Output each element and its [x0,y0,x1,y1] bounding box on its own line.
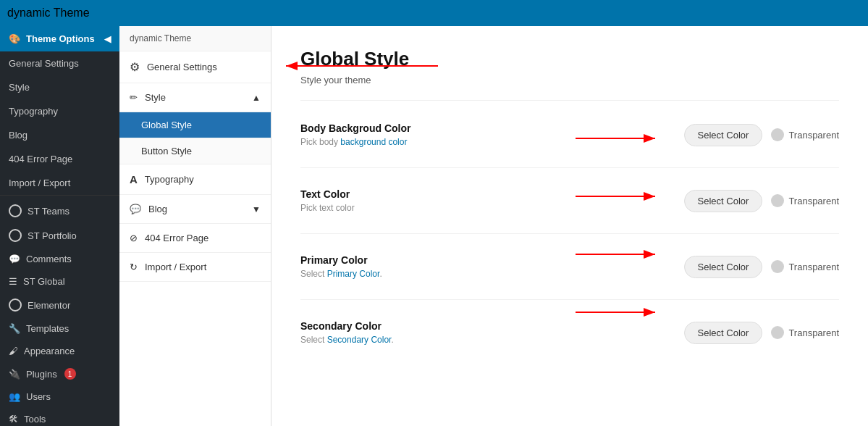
panel-item-import-export[interactable]: ↻ Import / Export [119,253,271,282]
sidebar-header-arrow: ◀ [104,34,111,44]
sidebar-item-appearance[interactable]: 🖌 Appearance [0,340,119,362]
text-transparent-circle-icon [771,194,784,207]
sidebar-404-label: 404 Error Page [9,154,72,164]
style-chevron-icon: ▲ [252,93,261,103]
content-title: Global Style [300,48,839,70]
secondary-color-select-color-button[interactable]: Select Color [684,322,763,344]
sidebar-item-st-portfolio[interactable]: ST Portfolio [0,223,119,248]
sidebar-general-settings-label: General Settings [9,58,79,69]
primary-color-sublabel: Select Primary Color. [300,269,684,279]
text-color-row: Text Color Pick text color Select Color … [300,188,839,234]
sidebar-item-st-global[interactable]: ☰ ST Global [0,270,119,293]
sidebar-item-st-teams[interactable]: ST Teams [0,199,119,223]
briefcase-icon [9,229,22,242]
sidebar-item-tools[interactable]: 🛠 Tools [0,408,119,426]
text-color-select-color-button[interactable]: Select Color [684,190,763,212]
sidebar-item-blog[interactable]: Blog [0,123,119,147]
users-label: Users [26,391,51,402]
panel-item-blog[interactable]: 💬 Blog ▼ [119,195,271,224]
sidebar-item-comments[interactable]: 💬 Comments [0,248,119,270]
sidebar-import-export-label: Import / Export [9,178,70,188]
panel-typography-label: Typography [145,174,194,185]
panel-global-style-label: Global Style [141,120,192,130]
sidebar-item-elementor[interactable]: Elementor [0,293,119,317]
sidebar-item-templates[interactable]: 🔧 Templates [0,317,119,340]
refresh-icon: ↻ [130,262,138,272]
theme-icon: 🎨 [9,33,20,44]
panel-sub-item-button-style[interactable]: Button Style [119,138,271,164]
body-background-label: Body Backgroud Color [300,122,684,134]
primary-transparent-circle-icon [771,260,784,273]
sidebar-item-404[interactable]: 404 Error Page [0,147,119,171]
sidebar-item-general-settings[interactable]: General Settings [0,51,119,75]
body-background-row: Body Backgroud Color Pick body backgroun… [300,122,839,168]
secondary-color-label-group: Secondary Color Select Secondary Color. [300,320,684,345]
panel-item-typography[interactable]: A Typography [119,164,271,195]
plugins-label: Plugins [26,369,57,380]
plugin-icon: 🔌 [9,369,20,380]
panel-sub-item-global-style[interactable]: Global Style [119,112,271,138]
panel-breadcrumb: dynamic Theme [119,26,271,51]
panel-style-label: Style [145,92,166,103]
panel-item-general-settings[interactable]: ⚙ General Settings [119,51,271,83]
body-background-link[interactable]: background color [340,137,407,147]
text-color-transparent-label: Transparent [788,196,839,206]
sidebar-item-style[interactable]: Style [0,75,119,99]
blog-icon: 💬 [130,204,141,214]
elementor-label: Elementor [28,300,70,311]
typography-icon: A [130,173,138,185]
templates-label: Templates [26,323,69,334]
panel-general-settings-label: General Settings [147,62,217,72]
secondary-color-sublabel: Select Secondary Color. [300,335,684,345]
text-color-label-group: Text Color Pick text color [300,188,684,213]
sidebar-blog-label: Blog [9,130,28,141]
content-subtitle: Style your theme [300,75,839,101]
sidebar: 🎨 Theme Options ◀ General Settings Style… [0,26,119,426]
middle-panel: dynamic Theme ⚙ General Settings ✏ Style… [119,26,271,426]
users-icon: 👥 [9,391,20,402]
blog-chevron-icon: ▼ [252,204,261,214]
body-background-select-color-button[interactable]: Select Color [684,124,763,146]
sidebar-groups: ST Teams ST Portfolio 💬 Comments ☰ ST Gl… [0,195,119,426]
secondary-color-transparent: Transparent [771,326,839,339]
person-circle-icon [9,204,22,217]
sidebar-header[interactable]: 🎨 Theme Options ◀ [0,26,119,51]
panel-item-404[interactable]: ⊘ 404 Error Page [119,224,271,253]
panel-blog-label: Blog [148,204,167,214]
primary-color-label: Primary Color [300,254,684,266]
pen-icon: ✏ [130,92,138,103]
panel-item-style[interactable]: ✏ Style ▲ [119,83,271,112]
body-background-label-group: Body Backgroud Color Pick body backgroun… [300,122,684,147]
comments-label: Comments [26,254,72,264]
top-bar-title: dynamic Theme [7,7,90,20]
appearance-label: Appearance [24,346,75,356]
main-layout: 🎨 Theme Options ◀ General Settings Style… [0,26,868,426]
elementor-icon [9,298,22,312]
main-content: Global Style Style your theme Body Backg… [271,26,868,426]
secondary-color-link[interactable]: Secondary Color [327,335,392,345]
body-background-sublabel: Pick body background color [300,137,684,147]
sidebar-style-label: Style [9,82,30,93]
appearance-icon: 🖌 [9,346,18,356]
st-global-label: ST Global [23,276,65,287]
body-background-transparent: Transparent [771,128,839,141]
secondary-color-row: Secondary Color Select Secondary Color. … [300,320,839,365]
comment-icon: 💬 [9,254,20,264]
transparent-circle-icon [771,128,784,141]
primary-color-select-color-button[interactable]: Select Color [684,256,763,278]
secondary-transparent-circle-icon [771,326,784,339]
primary-color-transparent: Transparent [771,260,839,273]
secondary-color-transparent-label: Transparent [788,327,839,338]
sidebar-item-plugins[interactable]: 🔌 Plugins 1 [0,362,119,385]
sidebar-item-import-export[interactable]: Import / Export [0,171,119,195]
primary-color-link[interactable]: Primary Color [327,269,380,279]
tools-icon: 🛠 [9,414,18,425]
sidebar-item-typography[interactable]: Typography [0,99,119,123]
plugins-badge: 1 [64,368,76,380]
primary-color-row: Primary Color Select Primary Color. Sele… [300,254,839,300]
sidebar-item-users[interactable]: 👥 Users [0,385,119,408]
template-icon: 🔧 [9,323,20,334]
st-teams-label: ST Teams [28,206,69,217]
panel-button-style-label: Button Style [141,146,192,156]
tools-label: Tools [24,414,46,425]
